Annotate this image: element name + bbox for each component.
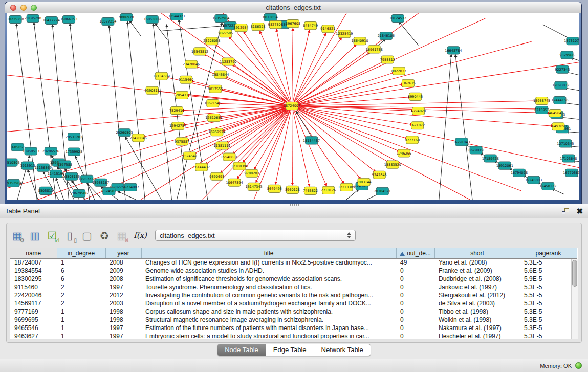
table-cell[interactable]: 9465546 xyxy=(10,324,57,332)
tab-edge-table[interactable]: Edge Table xyxy=(266,344,314,356)
table-cell[interactable]: 0 xyxy=(396,324,434,332)
table-cell[interactable]: Yano et al. (2008) xyxy=(434,258,520,267)
table-cell[interactable]: 9777169 xyxy=(10,308,57,316)
table-cell[interactable]: 5.5E-5 xyxy=(520,291,577,299)
table-cell[interactable]: 2008 xyxy=(105,258,141,267)
table-cell[interactable]: Corpus callosum shape and size in male p… xyxy=(141,308,396,316)
table-cell[interactable]: 2 xyxy=(57,283,105,291)
table-cell[interactable]: 2 xyxy=(57,291,105,299)
table-cell[interactable]: Changes of HCN gene expression and I(f) … xyxy=(141,258,396,267)
unselect-all-columns-icon[interactable]: ▯▯ xyxy=(62,227,77,244)
trash-icon[interactable]: ♻ xyxy=(97,227,112,244)
table-cell[interactable]: 2012 xyxy=(105,291,141,299)
table-row[interactable]: 1938455462009Genome-wide association stu… xyxy=(10,267,577,275)
table-cell[interactable]: 9699695 xyxy=(10,316,57,324)
table-row[interactable]: 2242004622012Investigating the contribut… xyxy=(10,291,577,299)
tab-network-table[interactable]: Network Table xyxy=(314,344,371,356)
table-cell[interactable]: 2009 xyxy=(105,267,141,275)
table-cell[interactable]: 2 xyxy=(57,299,105,308)
column-header-in_degree[interactable]: in_degree xyxy=(57,248,105,258)
table-cell[interactable]: Genome-wide association studies in ADHD. xyxy=(141,267,396,275)
table-cell[interactable]: 1 xyxy=(57,258,105,267)
table-cell[interactable]: 1997 xyxy=(105,283,141,291)
table-selector-dropdown[interactable]: citations_edges.txt xyxy=(155,230,356,241)
table-cell[interactable]: 9115460 xyxy=(10,283,57,291)
table-cell[interactable]: 5.3E-5 xyxy=(520,283,577,291)
table-cell[interactable]: Nakamura et al. (1997) xyxy=(434,324,520,332)
table-row[interactable]: 1456911722003Disruption of a novel membe… xyxy=(10,299,577,308)
column-header-out_de[interactable]: out_de... xyxy=(396,248,434,258)
network-canvas[interactable]: 1023525820195798164772741586615318577254… xyxy=(7,13,579,200)
table-cell[interactable]: 1 xyxy=(57,332,105,339)
table-cell[interactable]: de Silva et al. (2003) xyxy=(434,299,520,308)
table-row[interactable]: 946362711997Embryonic stem cells: a mode… xyxy=(10,332,577,339)
table-cell[interactable]: 22420046 xyxy=(10,291,57,299)
table-cell[interactable]: 49 xyxy=(396,258,434,267)
table-cell[interactable]: 6 xyxy=(57,267,105,275)
table-cell[interactable]: 0 xyxy=(396,299,434,308)
column-header-title[interactable]: title xyxy=(141,248,396,258)
table-cell[interactable]: 5.3E-5 xyxy=(520,324,577,332)
table-cell[interactable]: 1 xyxy=(57,308,105,316)
table-row[interactable]: 911546021997Tourette syndrome. Phenomeno… xyxy=(10,283,577,291)
select-all-columns-icon[interactable]: ☑☑ xyxy=(45,227,60,244)
table-cell[interactable]: 5.3E-5 xyxy=(520,316,577,324)
citation-network-graph[interactable]: 1023525820195798164772741586615318577254… xyxy=(7,13,579,200)
table-cell[interactable]: Franke et al. (2009) xyxy=(434,267,520,275)
table-cell[interactable]: 0 xyxy=(396,308,434,316)
table-cell[interactable]: 1997 xyxy=(105,324,141,332)
table-row[interactable]: 1872400712008Changes of HCN gene express… xyxy=(10,258,577,267)
table-cell[interactable]: Wolkin et al. (1998) xyxy=(434,316,520,324)
new-table-icon[interactable]: ▢ xyxy=(79,227,95,244)
table-cell[interactable]: 9463627 xyxy=(10,332,57,339)
table-cell[interactable]: 6 xyxy=(57,275,105,283)
table-cell[interactable]: Embryonic stem cells: a model to study s… xyxy=(141,332,396,339)
table-cell[interactable]: 1998 xyxy=(105,316,141,324)
column-header-pagerank[interactable]: pagerank xyxy=(520,248,577,258)
table-cell[interactable]: 0 xyxy=(396,283,434,291)
table-cell[interactable]: 0 xyxy=(396,275,434,283)
float-panel-icon[interactable] xyxy=(562,208,569,214)
table-cell[interactable]: 1 xyxy=(57,324,105,332)
table-cell[interactable]: Structural magnetic resonance image aver… xyxy=(141,316,396,324)
table-cell[interactable]: 0 xyxy=(396,291,434,299)
table-cell[interactable]: Dudbridge et al. (2008) xyxy=(434,275,520,283)
table-cell[interactable]: 5.6E-5 xyxy=(520,267,577,275)
function-builder-icon[interactable]: f(x) xyxy=(132,231,149,240)
close-panel-icon[interactable]: ✖ xyxy=(576,208,583,215)
table-cell[interactable]: 5.3E-5 xyxy=(520,308,577,316)
column-header-year[interactable]: year xyxy=(105,248,141,258)
table-cell[interactable]: 14569117 xyxy=(10,299,57,308)
table-cell[interactable]: Tibbo et al. (1998) xyxy=(434,308,520,316)
table-cell[interactable]: 5.3E-5 xyxy=(520,332,577,339)
table-cell[interactable]: 0 xyxy=(396,267,434,275)
table-cell[interactable]: 1 xyxy=(57,316,105,324)
table-cell[interactable]: 19384554 xyxy=(10,267,57,275)
table-cell[interactable]: Stergiakouli et al. (2012) xyxy=(434,291,520,299)
tab-node-table[interactable]: Node Table xyxy=(217,344,266,356)
table-options-icon[interactable]: ▦⚙ xyxy=(10,227,25,244)
table-cell[interactable]: Tourette syndrome. Phenomenology and cla… xyxy=(141,283,396,291)
table-cell[interactable]: 5.3E-5 xyxy=(520,258,577,267)
table-cell[interactable]: Hescheler et al. (1997) xyxy=(434,332,520,339)
table-cell[interactable]: 5.3E-5 xyxy=(520,299,577,308)
table-cell[interactable]: 1997 xyxy=(105,332,141,339)
table-cell[interactable]: 18724007 xyxy=(10,258,57,267)
table-cell[interactable]: 18300295 xyxy=(10,275,57,283)
table-cell[interactable]: Jankovic et al. (1997) xyxy=(434,283,520,291)
table-cell[interactable]: Investigating the contribution of common… xyxy=(141,291,396,299)
table-cell[interactable]: 5.9E-5 xyxy=(520,275,577,283)
table-cell[interactable]: 0 xyxy=(396,332,434,339)
panel-splitter-grip[interactable] xyxy=(290,204,299,206)
table-cell[interactable]: 2008 xyxy=(105,275,141,283)
column-header-name[interactable]: name xyxy=(10,248,57,258)
network-window-titlebar[interactable]: citations_edges.txt xyxy=(5,2,581,13)
table-cell[interactable]: Estimation of significance thresholds fo… xyxy=(141,275,396,283)
table-scrollbar[interactable] xyxy=(571,259,578,339)
table-row[interactable]: 946554611997Estimation of the future num… xyxy=(10,324,577,332)
show-columns-icon[interactable]: ▥ xyxy=(27,227,42,244)
table-cell[interactable]: 2003 xyxy=(105,299,141,308)
table-cell[interactable]: Disruption of a novel member of a sodium… xyxy=(141,299,396,308)
table-row[interactable]: 969969511998Structural magnetic resonanc… xyxy=(10,316,577,324)
table-row[interactable]: 977716911998Corpus callosum shape and si… xyxy=(10,308,577,316)
